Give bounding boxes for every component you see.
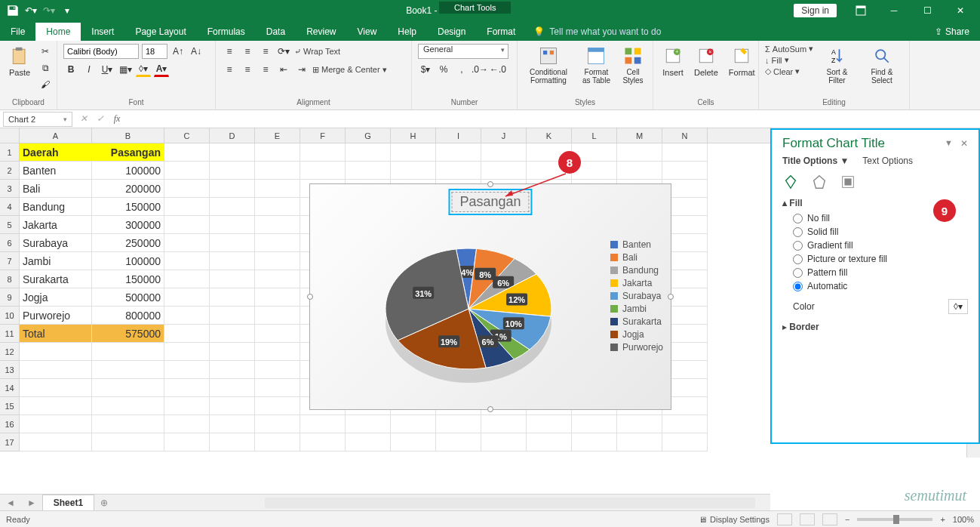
col-header[interactable]: K	[527, 128, 572, 143]
cell[interactable]	[527, 415, 572, 433]
cell[interactable]	[481, 143, 527, 162]
zoom-in-icon[interactable]: +	[940, 515, 945, 524]
cell[interactable]	[210, 433, 255, 451]
cell[interactable]	[255, 270, 300, 288]
page-layout-view-icon[interactable]	[800, 513, 815, 525]
cell[interactable]	[210, 162, 255, 180]
cell[interactable]	[617, 162, 662, 180]
cell[interactable]: Banten	[20, 162, 92, 180]
cell[interactable]	[20, 415, 92, 433]
cell[interactable]: Bandung	[20, 198, 92, 216]
cell[interactable]: Purworejo	[20, 307, 92, 325]
underline-button[interactable]: U▾	[100, 62, 115, 77]
border-button[interactable]: ▦▾	[118, 62, 133, 77]
maximize-icon[interactable]: ☐	[912, 0, 942, 21]
cell[interactable]	[164, 307, 210, 325]
cell[interactable]	[210, 379, 255, 397]
col-header[interactable]: L	[572, 128, 617, 143]
cell[interactable]	[662, 162, 708, 180]
cell[interactable]	[255, 216, 300, 234]
align-bottom-icon[interactable]: ≡	[258, 44, 273, 59]
row-header[interactable]: 11	[0, 325, 20, 343]
cell[interactable]	[255, 143, 300, 162]
decrease-decimal-icon[interactable]: ←.0	[490, 62, 505, 77]
cell[interactable]	[255, 325, 300, 343]
cell[interactable]: 500000	[92, 288, 164, 307]
cell[interactable]	[346, 143, 391, 162]
border-section-header[interactable]: ▸ Border	[782, 322, 968, 332]
row-header[interactable]: 7	[0, 252, 20, 270]
row-header[interactable]: 12	[0, 343, 20, 361]
cell[interactable]	[662, 433, 708, 451]
cell[interactable]	[20, 433, 92, 451]
fx-icon[interactable]: fx	[109, 113, 125, 125]
cell[interactable]	[164, 216, 210, 234]
row-header[interactable]: 14	[0, 379, 20, 397]
tab-review[interactable]: Review	[296, 23, 346, 41]
cell[interactable]	[481, 433, 527, 451]
col-header[interactable]: N	[662, 128, 708, 143]
cell[interactable]	[164, 397, 210, 415]
resize-handle[interactable]	[487, 181, 493, 187]
cancel-formula-icon[interactable]: ✕	[75, 113, 92, 125]
format-painter-icon[interactable]: 🖌	[38, 77, 53, 92]
cell[interactable]	[210, 216, 255, 234]
cell[interactable]	[300, 433, 346, 451]
cell[interactable]	[164, 343, 210, 361]
cell[interactable]	[210, 361, 255, 379]
cell[interactable]: 100000	[92, 252, 164, 270]
cell[interactable]	[391, 415, 436, 433]
cut-icon[interactable]: ✂	[38, 44, 53, 59]
cell[interactable]: Jogja	[20, 288, 92, 307]
cell[interactable]	[617, 415, 662, 433]
sheet-nav-next-icon[interactable]: ►	[21, 498, 42, 508]
align-top-icon[interactable]: ≡	[222, 44, 237, 59]
cell[interactable]	[164, 415, 210, 433]
cell[interactable]	[255, 397, 300, 415]
row-header[interactable]: 8	[0, 270, 20, 288]
cell[interactable]: 100000	[92, 162, 164, 180]
tab-design[interactable]: Design	[427, 23, 476, 41]
resize-handle[interactable]	[668, 294, 674, 300]
cell[interactable]	[617, 433, 662, 451]
align-right-icon[interactable]: ≡	[258, 62, 273, 77]
cell[interactable]	[164, 234, 210, 252]
col-header[interactable]: I	[436, 128, 481, 143]
cell[interactable]	[92, 415, 164, 433]
sheet-nav-prev-icon[interactable]: ◄	[0, 498, 21, 508]
cell[interactable]	[391, 433, 436, 451]
cell[interactable]	[255, 180, 300, 198]
legend-item[interactable]: Bandung	[610, 265, 663, 276]
legend-item[interactable]: Jogja	[610, 329, 663, 340]
formula-input[interactable]	[125, 112, 980, 127]
cell[interactable]: Total	[20, 325, 92, 343]
cell[interactable]	[255, 343, 300, 361]
cell[interactable]	[346, 433, 391, 451]
cell[interactable]	[92, 433, 164, 451]
effects-icon[interactable]	[811, 174, 828, 190]
cell[interactable]	[164, 162, 210, 180]
name-box[interactable]: Chart 2▾	[3, 112, 72, 127]
title-options-tab[interactable]: Title Options ▼	[782, 156, 849, 166]
ribbon-display-options-icon[interactable]	[846, 0, 876, 21]
align-center-icon[interactable]: ≡	[240, 62, 255, 77]
cell[interactable]	[436, 143, 481, 162]
automatic-fill-radio[interactable]: Automatic	[793, 281, 968, 291]
cell[interactable]	[92, 343, 164, 361]
cell[interactable]	[210, 198, 255, 216]
col-header[interactable]: H	[391, 128, 436, 143]
cell[interactable]: Jakarta	[20, 216, 92, 234]
format-cells-button[interactable]: Format	[726, 44, 758, 79]
pane-close-icon[interactable]: ✕	[960, 138, 968, 149]
col-header[interactable]: E	[255, 128, 300, 143]
insert-cells-button[interactable]: +Insert	[659, 44, 687, 79]
col-header[interactable]: B	[92, 128, 164, 143]
pattern-fill-radio[interactable]: Pattern fill	[793, 267, 968, 278]
cell[interactable]	[164, 198, 210, 216]
text-options-tab[interactable]: Text Options	[862, 156, 913, 166]
font-name-combo[interactable]	[63, 44, 139, 59]
copy-icon[interactable]: ⧉	[38, 60, 53, 76]
cell[interactable]: Surabaya	[20, 234, 92, 252]
chart-legend[interactable]: BantenBaliBandungJakartaSurabayaJambiSur…	[610, 237, 663, 355]
sign-in-button[interactable]: Sign in	[794, 4, 837, 17]
